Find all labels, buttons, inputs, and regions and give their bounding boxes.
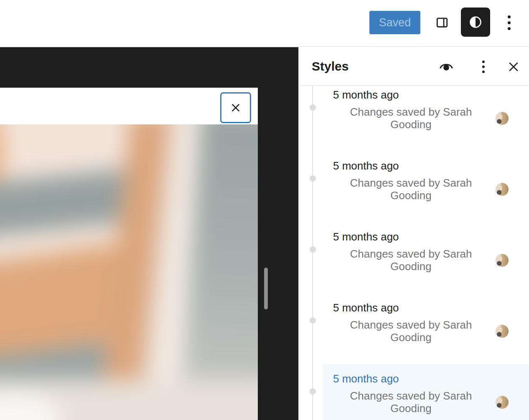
- media-modal-header: [0, 88, 258, 124]
- revision-list-item[interactable]: 5 months ago Changes saved by Sarah Good…: [299, 228, 529, 299]
- revision-description: Changes saved by Sarah Gooding: [333, 390, 489, 415]
- options-menu-button[interactable]: [499, 13, 519, 33]
- editor-canvas: [0, 47, 298, 420]
- revision-date: 5 months ago: [333, 372, 509, 385]
- style-book-button[interactable]: [461, 8, 490, 37]
- revision-description: Changes saved by Sarah Gooding: [333, 177, 489, 202]
- contrast-icon: [467, 13, 484, 31]
- panel-options-button[interactable]: [474, 58, 493, 76]
- avatar: [496, 183, 509, 196]
- close-icon: [229, 101, 242, 114]
- settings-sidebar-button[interactable]: [432, 13, 452, 33]
- timeline-dot: [310, 246, 316, 253]
- revision-description: Changes saved by Sarah Gooding: [333, 106, 489, 131]
- scrollbar-thumb[interactable]: [264, 268, 268, 309]
- styles-panel: Styles 5 months ago: [299, 47, 529, 420]
- timeline-dot: [310, 388, 316, 395]
- saved-button[interactable]: Saved: [369, 11, 420, 34]
- top-bar: Saved: [0, 0, 529, 47]
- more-vertical-icon: [482, 61, 485, 63]
- revision-date: 5 months ago: [333, 230, 509, 243]
- revision-date: 5 months ago: [333, 159, 509, 172]
- avatar: [496, 325, 509, 338]
- preview-revision-button[interactable]: [437, 58, 455, 76]
- revision-list-item[interactable]: 5 months ago Changes saved by Sarah Good…: [299, 86, 529, 157]
- revision-list-item[interactable]: 5 months ago Changes saved by Sarah Good…: [299, 299, 529, 370]
- timeline-dot: [310, 175, 316, 182]
- revision-date: 5 months ago: [333, 301, 509, 314]
- revision-description: Changes saved by Sarah Gooding: [333, 248, 489, 273]
- panel-divider: [298, 47, 299, 420]
- sidebar-panel-icon: [435, 15, 450, 30]
- close-icon: [506, 59, 521, 74]
- more-vertical-icon: [508, 15, 511, 18]
- revision-date: 5 months ago: [333, 88, 509, 101]
- revision-description: Changes saved by Sarah Gooding: [333, 319, 489, 344]
- timeline-dot: [310, 317, 316, 324]
- revision-list-item[interactable]: 5 months ago Changes saved by Sarah Good…: [299, 157, 529, 228]
- panel-close-button[interactable]: [504, 58, 523, 76]
- avatar: [496, 254, 509, 267]
- modal-close-button[interactable]: [220, 92, 251, 123]
- avatar: [496, 112, 509, 125]
- timeline-dot: [310, 104, 316, 111]
- blurred-photo: [0, 124, 258, 420]
- eye-icon: [437, 58, 455, 76]
- panel-title: Styles: [312, 59, 348, 73]
- revisions-list: 5 months ago Changes saved by Sarah Good…: [299, 86, 529, 420]
- styles-panel-header: Styles: [299, 47, 529, 86]
- avatar: [496, 396, 509, 409]
- revision-list-item[interactable]: 5 months ago Changes saved by Sarah Good…: [299, 370, 529, 420]
